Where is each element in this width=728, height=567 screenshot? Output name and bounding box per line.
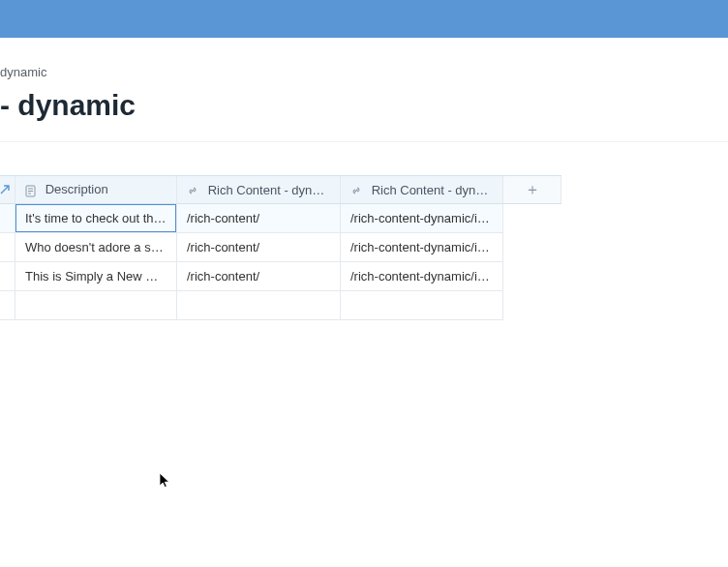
document-icon: [25, 185, 36, 197]
column-header-description[interactable]: Description: [15, 175, 177, 204]
cell-rich-content-2[interactable]: /rich-content-dynamic/i-a…: [341, 262, 503, 291]
column-header-rich-content-1[interactable]: Rich Content - dynam…: [177, 175, 341, 204]
add-row[interactable]: [0, 291, 561, 320]
cell-description[interactable]: Who doesn't adore a smili…: [15, 233, 177, 262]
data-table: Description Rich Content - dynam… Rich C…: [0, 175, 728, 320]
cell-description[interactable]: It's time to check out the …: [15, 204, 177, 233]
expand-arrow-icon: [0, 185, 15, 194]
expand-column-header[interactable]: [0, 175, 15, 204]
row-stub[interactable]: [0, 291, 15, 320]
cell-rich-content-2[interactable]: /rich-content-dynamic/i-a…: [341, 204, 503, 233]
cell-rich-content-2[interactable]: /rich-content-dynamic/i-a…: [341, 233, 503, 262]
cell-description[interactable]: This is Simply a New Rich …: [15, 262, 177, 291]
column-label: Rich Content - dynam…: [372, 183, 503, 197]
plus-icon: ＋: [525, 181, 540, 197]
empty-cell[interactable]: [341, 291, 503, 320]
top-app-bar: [0, 0, 728, 38]
row-stub[interactable]: [0, 204, 15, 233]
row-stub[interactable]: [0, 233, 15, 262]
cell-rich-content-1[interactable]: /rich-content/: [177, 204, 341, 233]
cell-rich-content-1[interactable]: /rich-content/: [177, 233, 341, 262]
table-row[interactable]: It's time to check out the … /rich-conte…: [0, 204, 561, 233]
link-icon: [350, 185, 362, 196]
column-label: Description: [46, 182, 108, 196]
empty-cell[interactable]: [15, 291, 177, 320]
mouse-cursor-icon: [159, 472, 172, 490]
column-label: Rich Content - dynam…: [208, 183, 341, 197]
table-row[interactable]: Who doesn't adore a smili… /rich-content…: [0, 233, 561, 262]
column-header-rich-content-2[interactable]: Rich Content - dynam…: [341, 175, 503, 204]
row-stub[interactable]: [0, 262, 15, 291]
table-header-row: Description Rich Content - dynam… Rich C…: [0, 175, 561, 204]
empty-cell[interactable]: [177, 291, 341, 320]
table-row[interactable]: This is Simply a New Rich … /rich-conten…: [0, 262, 561, 291]
page-header: dynamic - dynamic: [0, 38, 728, 142]
cell-rich-content-1[interactable]: /rich-content/: [177, 262, 341, 291]
add-column-button[interactable]: ＋: [503, 175, 561, 204]
page-title: - dynamic: [0, 89, 728, 122]
link-icon: [187, 185, 198, 196]
breadcrumb[interactable]: dynamic: [0, 65, 728, 79]
